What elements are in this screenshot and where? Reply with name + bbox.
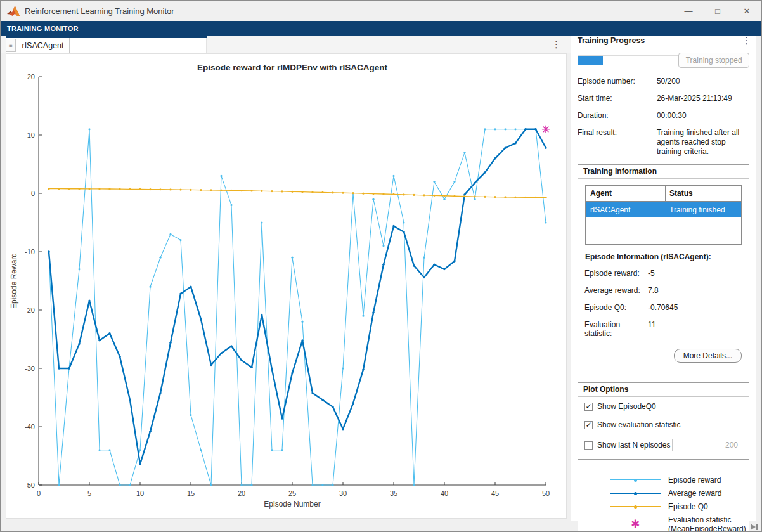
episode-information-title: Episode Information (rISACAgent): [585, 252, 742, 261]
y-tick-label: -30 [25, 365, 35, 372]
series-marker [230, 190, 232, 191]
field-value: Training finished after all agents reach… [657, 128, 749, 157]
checkbox-checked[interactable]: ✓ [584, 403, 593, 411]
series-marker [250, 190, 252, 191]
series-marker [311, 191, 313, 193]
series-marker [129, 399, 131, 401]
series-marker [139, 188, 141, 190]
series-marker [108, 449, 110, 451]
matlab-logo-icon [7, 6, 20, 16]
series-marker [78, 343, 80, 345]
series-marker [129, 484, 131, 486]
series-marker [504, 147, 506, 149]
series-marker [291, 372, 293, 374]
series-marker [291, 191, 293, 193]
evaluation-asterisk-icon: ✱ [610, 520, 661, 529]
series-marker [98, 339, 100, 341]
plot-option-row: Show last N episodes200 [584, 439, 742, 451]
series-marker [545, 147, 546, 149]
app-window: Reinforcement Learning Training Monitor … [0, 0, 762, 532]
agent-table-row[interactable]: rISACAgentTraining finished [586, 202, 741, 217]
series-average-reward [48, 128, 546, 465]
plot-option-row: ✓Show evaluation statistic [584, 420, 742, 429]
legend-marker-dot [634, 492, 637, 495]
series-marker [179, 239, 181, 241]
series-marker [443, 198, 445, 200]
series-marker [403, 221, 404, 223]
series-marker [220, 352, 222, 354]
checkbox-label: Show evaluation statistic [597, 420, 680, 429]
series-marker [362, 368, 364, 370]
more-details-button[interactable]: More Details... [674, 349, 742, 363]
series-marker [372, 193, 374, 195]
training-progress-panel: Training Progress ⋮ Training stopped Epi… [571, 36, 756, 521]
series-marker [342, 192, 344, 194]
title-bar: Reinforcement Learning Training Monitor … [1, 1, 761, 21]
series-marker [321, 191, 323, 193]
series-marker [484, 196, 486, 198]
series-marker [463, 152, 465, 153]
episode-field-value: -0.70645 [648, 303, 678, 312]
series-marker [433, 264, 435, 266]
minimize-button[interactable]: — [674, 1, 703, 21]
plot-option-row: ✓Show EpisodeQ0 [584, 402, 742, 411]
panel-kebab-menu-icon[interactable]: ⋮ [742, 36, 751, 45]
field-label: Episode number: [578, 77, 657, 86]
field-value: 00:00:30 [657, 111, 749, 120]
series-marker [392, 193, 394, 195]
ribbon-tab-training-monitor[interactable]: TRAINING MONITOR [1, 21, 85, 36]
series-marker [524, 197, 526, 198]
window-controls: — □ ✕ [674, 1, 761, 21]
series-marker [453, 181, 455, 183]
series-marker [159, 188, 161, 190]
series-marker [311, 484, 313, 486]
series-marker [119, 188, 120, 190]
episode-field-row: Episode Q0:-0.70645 [584, 303, 742, 312]
series-episode-q0 [48, 188, 546, 198]
episode-field-row: Episode reward:-5 [584, 269, 742, 278]
series-marker [250, 366, 252, 368]
figure-kebab-menu-icon[interactable]: ⋮ [552, 40, 560, 49]
field-label: Duration: [578, 111, 657, 120]
series-marker [474, 195, 475, 197]
x-tick-label: 40 [441, 490, 448, 497]
y-axis-label: Episode Reward [10, 253, 18, 309]
panel-field-row: Final result:Training finished after all… [578, 128, 749, 157]
episode-field-row: Average reward:7.8 [584, 286, 742, 295]
last-n-episodes-input[interactable]: 200 [672, 439, 742, 451]
tab-risacagent[interactable]: rISACAgent [16, 38, 70, 53]
checkbox-checked[interactable]: ✓ [584, 421, 593, 429]
legend-label: Episode Q0 [668, 502, 708, 511]
series-marker [504, 128, 506, 130]
series-marker [392, 175, 394, 177]
series-marker [271, 368, 273, 370]
progress-fields: Episode number:50/200Start time:26-Mar-2… [578, 77, 749, 157]
series-marker [200, 318, 202, 320]
agent-name-cell: rISACAgent [586, 202, 666, 217]
right-scrollbar-track[interactable] [756, 36, 761, 521]
close-button[interactable]: ✕ [732, 1, 761, 21]
ribbon: TRAINING MONITOR [1, 21, 761, 36]
series-marker [58, 188, 60, 190]
maximize-button[interactable]: □ [703, 1, 732, 21]
training-stopped-button[interactable]: Training stopped [678, 53, 749, 68]
status-column-header: Status [666, 186, 741, 201]
series-marker [514, 128, 516, 130]
series-marker [372, 311, 374, 313]
legend-entry: Episode Q0 [583, 502, 744, 511]
series-marker [169, 342, 171, 344]
field-label: Start time: [578, 94, 657, 103]
tab-list-icon[interactable]: ≡ [6, 39, 16, 52]
series-marker [230, 204, 232, 206]
series-marker [261, 221, 262, 223]
checkbox-unchecked[interactable] [584, 441, 593, 450]
series-marker [139, 463, 141, 465]
series-marker [159, 257, 161, 259]
episode-field-value: 11 [648, 320, 655, 338]
series-marker [423, 276, 425, 278]
series-marker [534, 197, 536, 198]
series-marker [545, 221, 546, 223]
x-tick-label: 35 [390, 490, 397, 497]
series-marker [433, 181, 435, 183]
x-tick-label: 5 [87, 490, 91, 497]
